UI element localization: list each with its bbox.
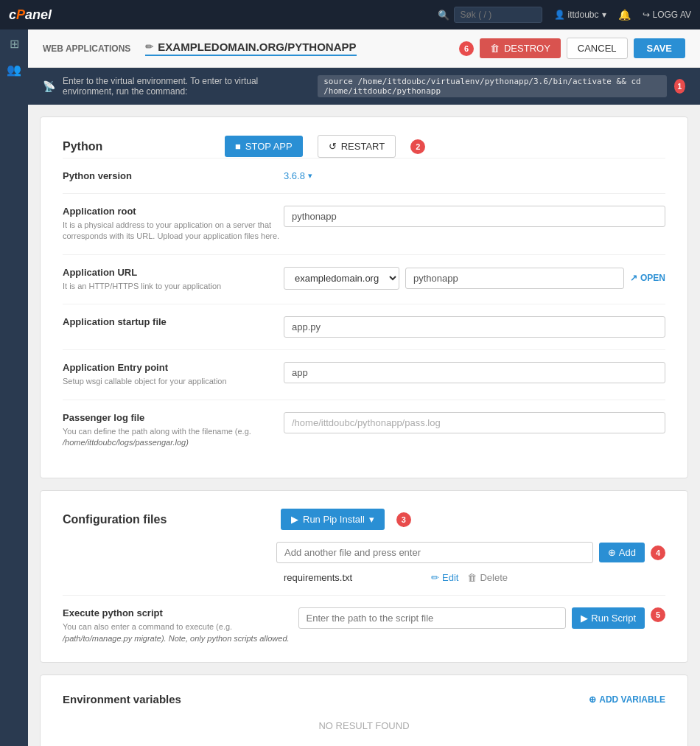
sidebar-grid-icon[interactable]: ⊞: [10, 37, 19, 51]
play-icon: ▶: [581, 613, 588, 624]
chevron-down-icon: ▾: [602, 10, 606, 20]
add-variable-button[interactable]: ⊕ ADD VARIABLE: [589, 694, 665, 705]
play-icon: ▶: [291, 514, 298, 525]
app-root-label-col: Application root It is a physical addres…: [63, 206, 284, 243]
file-row: requirements.txt ✏ Edit 🗑 Delete: [276, 572, 665, 583]
app-root-input[interactable]: [284, 206, 665, 227]
section-divider: [63, 595, 665, 596]
edit-file-button[interactable]: ✏ Edit: [431, 572, 458, 583]
web-apps-label: WEB APPLICATIONS: [43, 43, 130, 54]
url-input[interactable]: [405, 268, 624, 289]
top-nav: cPanel 🔍 👤 ittdoubc ▾ 🔔 ↪ LOGG AV: [0, 0, 700, 29]
breadcrumb-title: EXAMPLEDOMAIN.ORG/PYTHONAPP: [158, 41, 356, 53]
python-version-input-col: 3.6.8 ▾: [284, 170, 665, 181]
python-version-select[interactable]: 3.6.8 ▾: [284, 170, 312, 181]
no-result-text: NO RESULT FOUND: [63, 705, 665, 746]
python-label: Python: [63, 140, 210, 153]
execute-label-col: Execute python script You can also enter…: [63, 607, 290, 644]
search-icon: 🔍: [438, 10, 449, 21]
username-label: ittdoubc: [568, 10, 599, 20]
bell-icon[interactable]: 🔔: [618, 9, 631, 21]
search-input[interactable]: [454, 7, 542, 23]
pip-chevron-icon: ▾: [369, 514, 374, 525]
entry-point-row: Application Entry point Setup wsgi calla…: [63, 349, 665, 399]
user-icon: 👤: [554, 10, 565, 20]
top-nav-right: 🔍 👤 ittdoubc ▾ 🔔 ↪ LOGG AV: [438, 7, 692, 23]
user-menu[interactable]: 👤 ittdoubc ▾: [554, 10, 606, 20]
info-banner: 📡 Enter to the virtual environment. To e…: [28, 68, 700, 105]
run-pip-button[interactable]: ▶ Run Pip Install ▾: [281, 509, 385, 530]
execute-input-col: ▶ Run Script 5: [298, 607, 665, 629]
logout-button[interactable]: ↪ LOGG AV: [643, 10, 691, 20]
app-url-row: Application URL It is an HTTP/HTTPS link…: [63, 254, 665, 304]
sub-header: WEB APPLICATIONS ✏ EXAMPLEDOMAIN.ORG/PYT…: [28, 29, 700, 68]
url-row: exampledomain.org ↗ OPEN: [284, 267, 665, 290]
breadcrumb: ✏ EXAMPLEDOMAIN.ORG/PYTHONAPP: [145, 41, 356, 56]
startup-file-input[interactable]: [284, 316, 665, 338]
passenger-log-label-col: Passenger log file You can define the pa…: [63, 412, 284, 449]
cancel-button[interactable]: CANCEL: [567, 38, 628, 59]
app-url-label-col: Application URL It is an HTTP/HTTPS link…: [63, 267, 284, 292]
passenger-log-label: Passenger log file: [63, 412, 284, 423]
python-panel: Python ■ STOP APP ↺ RESTART 2 Python ver…: [40, 116, 688, 478]
sub-header-left: WEB APPLICATIONS ✏ EXAMPLEDOMAIN.ORG/PYT…: [43, 41, 357, 56]
app-root-desc: It is a physical address to your applica…: [63, 220, 284, 243]
passenger-log-input[interactable]: [284, 412, 665, 433]
execute-desc: You can also enter a command to execute …: [63, 621, 290, 644]
edit-icon: ✏: [145, 41, 153, 52]
startup-file-label: Application startup file: [63, 316, 284, 327]
file-name: requirements.txt: [284, 572, 431, 583]
domain-select[interactable]: exampledomain.org: [284, 267, 399, 290]
app-root-input-col: [284, 206, 665, 227]
delete-file-button[interactable]: 🗑 Delete: [467, 572, 508, 583]
app-url-label: Application URL: [63, 267, 284, 278]
stop-app-button[interactable]: ■ STOP APP: [225, 136, 303, 157]
startup-file-label-col: Application startup file: [63, 316, 284, 327]
main-content: WEB APPLICATIONS ✏ EXAMPLEDOMAIN.ORG/PYT…: [28, 29, 700, 746]
info-badge: 1: [674, 79, 685, 94]
restart-button[interactable]: ↺ RESTART: [318, 135, 396, 158]
env-label: Environment variables: [63, 693, 181, 705]
add-badge: 4: [651, 545, 665, 560]
entry-point-desc: Setup wsgi callable object for your appl…: [63, 376, 284, 387]
startup-file-input-col: [284, 316, 665, 338]
info-command: source /home/ittdoubc/virtualenv/pythona…: [318, 75, 666, 97]
sidebar: ⊞ 👥: [0, 29, 28, 746]
execute-label: Execute python script: [63, 607, 290, 618]
wifi-icon: 📡: [43, 80, 55, 92]
config-label: Configuration files: [63, 513, 269, 526]
plus-circle-icon: ⊕: [589, 694, 596, 705]
add-file-button[interactable]: ⊕ Add: [599, 543, 645, 562]
logout-icon: ↪: [643, 10, 650, 20]
layout: ⊞ 👥 WEB APPLICATIONS ✏ EXAMPLEDOMAIN.ORG…: [0, 29, 700, 746]
chevron-icon: ▾: [308, 171, 312, 181]
trash-icon: 🗑: [490, 43, 500, 54]
execute-row: Execute python script You can also enter…: [63, 607, 665, 644]
add-file-input[interactable]: [276, 542, 593, 563]
config-add-row: ⊕ Add 4: [276, 542, 665, 563]
passenger-log-input-col: [284, 412, 665, 433]
app-root-row: Application root It is a physical addres…: [63, 193, 665, 254]
passenger-log-row: Passenger log file You can define the pa…: [63, 400, 665, 461]
entry-point-input[interactable]: [284, 362, 665, 383]
edit-icon: ✏: [431, 572, 439, 583]
stop-icon: ■: [235, 141, 241, 152]
python-version-label: Python version: [63, 170, 284, 181]
open-button[interactable]: ↗ OPEN: [630, 273, 665, 283]
execute-script-input[interactable]: [298, 607, 567, 629]
env-header: Environment variables ⊕ ADD VARIABLE: [63, 693, 665, 705]
plus-circle-icon: ⊕: [608, 547, 616, 558]
sidebar-users-icon[interactable]: 👥: [7, 63, 21, 77]
run-script-button[interactable]: ▶ Run Script: [572, 607, 645, 629]
python-version-row: Python version 3.6.8 ▾: [63, 158, 665, 193]
app-url-desc: It is an HTTP/HTTPS link to your applica…: [63, 281, 284, 292]
entry-point-label: Application Entry point: [63, 362, 284, 373]
restart-icon: ↺: [329, 141, 337, 152]
cpanel-logo: cPanel: [9, 7, 52, 23]
save-button[interactable]: SAVE: [634, 38, 685, 58]
config-add-section: ⊕ Add 4 requirements.txt ✏ Edit 🗑 Delete: [63, 542, 665, 583]
destroy-button[interactable]: 🗑 DESTROY: [480, 38, 561, 58]
entry-point-input-col: [284, 362, 665, 383]
startup-file-row: Application startup file: [63, 304, 665, 349]
passenger-log-desc: You can define the path along with the f…: [63, 426, 284, 449]
